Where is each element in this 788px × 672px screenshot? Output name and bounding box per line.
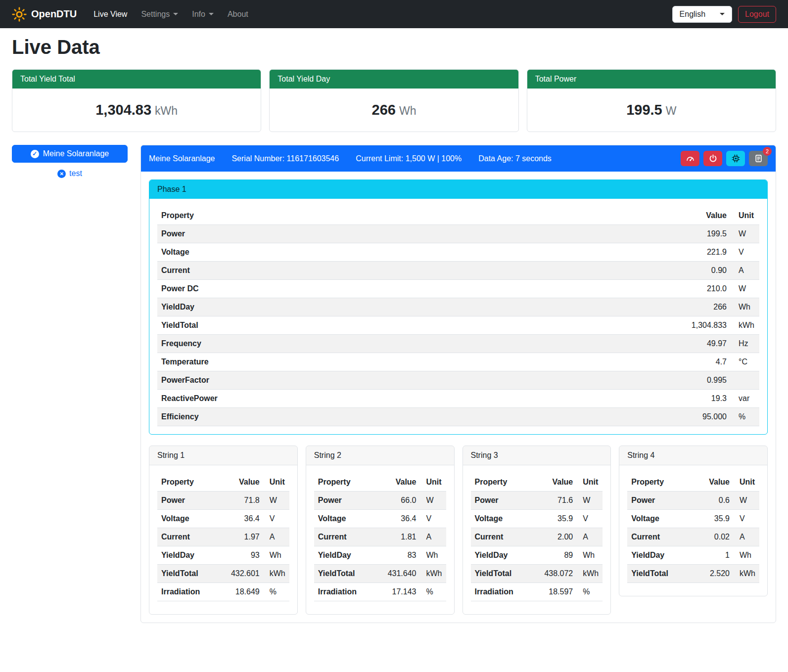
unit-cell: A (264, 528, 289, 546)
string-card-header: String 1 (149, 446, 297, 465)
property-cell: Power (157, 492, 217, 510)
value-cell: 431.640 (373, 565, 420, 583)
property-cell: Power DC (157, 280, 500, 298)
value-cell: 4.7 (500, 353, 731, 371)
table-row: Power199.5W (157, 225, 759, 243)
nav-about[interactable]: About (221, 6, 255, 23)
language-select[interactable]: English (672, 6, 732, 23)
card-total-yield-total: Total Yield Total 1,304.83kWh (12, 69, 261, 132)
property-cell: Current (627, 528, 692, 546)
card-total-power: Total Power 199.5W (527, 69, 776, 132)
unit-cell: kWh (731, 316, 759, 335)
card-body: 199.5W (527, 89, 776, 132)
string-card-2: String 2 Property Value Unit (306, 446, 455, 615)
table-row: Power66.0W (314, 492, 446, 510)
table-row: Power71.6W (471, 492, 603, 510)
nav-live-view[interactable]: Live View (87, 6, 134, 23)
power-button[interactable] (703, 151, 722, 166)
table-row: Frequency49.97Hz (157, 335, 759, 353)
event-log-button[interactable]: 2 (749, 151, 768, 166)
table-row: Current0.90A (157, 262, 759, 280)
unit-cell: V (420, 510, 446, 528)
property-cell: Irradiation (314, 583, 373, 601)
column-property: Property (157, 207, 500, 225)
sidebar-item-meine-solaranlage[interactable]: ✓ Meine Solaranlage (12, 145, 128, 163)
column-property: Property (314, 473, 373, 492)
column-property: Property (627, 473, 692, 492)
value-cell: 438.072 (530, 565, 577, 583)
unit-cell: °C (731, 353, 759, 371)
table-row: Power71.8W (157, 492, 289, 510)
table-row: Voltage35.9V (471, 510, 603, 528)
property-cell: Current (314, 528, 373, 546)
total-yield-total-unit: kWh (155, 104, 178, 117)
inverter-limit: Current Limit: 1,500 W | 100% (356, 154, 462, 163)
property-cell: Efficiency (157, 408, 500, 426)
property-cell: Irradiation (157, 583, 217, 601)
speedometer-icon (686, 154, 695, 163)
navbar: OpenDTU Live View Settings Info About En… (0, 0, 788, 28)
property-cell: Voltage (627, 510, 692, 528)
unit-cell: kWh (264, 565, 289, 583)
property-cell: YieldTotal (471, 565, 530, 583)
unit-cell: V (731, 243, 759, 262)
table-row: Temperature4.7°C (157, 353, 759, 371)
table-row: Voltage36.4V (157, 510, 289, 528)
card-body: 266Wh (270, 89, 518, 132)
table-row: Current1.81A (314, 528, 446, 546)
phase-card: Phase 1 Property Value Unit Power199.5WV… (149, 179, 768, 435)
event-count-badge: 2 (763, 147, 772, 156)
column-unit: Unit (734, 473, 759, 492)
value-cell: 199.5 (500, 225, 731, 243)
value-cell: 432.601 (217, 565, 263, 583)
unit-cell: V (264, 510, 289, 528)
navbar-right: English Logout (672, 6, 776, 23)
unit-cell: A (731, 262, 759, 280)
navbar-left: OpenDTU Live View Settings Info About (12, 6, 255, 23)
table-header-row: Property Value Unit (157, 473, 289, 492)
nav-settings-dropdown[interactable]: Settings (134, 6, 185, 23)
chevron-down-icon (209, 13, 214, 15)
string-table: Property Value Unit Power66.0WVoltage36.… (314, 473, 446, 601)
string-card-header: String 2 (306, 446, 454, 465)
property-cell: Temperature (157, 353, 500, 371)
total-yield-day-unit: Wh (399, 104, 417, 117)
unit-cell: A (734, 528, 759, 546)
unit-cell: % (420, 583, 446, 601)
logout-button[interactable]: Logout (738, 6, 776, 23)
unit-cell: W (577, 492, 603, 510)
string-card-body: Property Value Unit Power66.0WVoltage36.… (306, 465, 454, 614)
column-value: Value (500, 207, 731, 225)
table-row: YieldDay1Wh (627, 546, 759, 565)
inverter-sidebar: ✓ Meine Solaranlage ✕ test (12, 145, 128, 178)
card-total-yield-day: Total Yield Day 266Wh (269, 69, 518, 132)
property-cell: YieldTotal (314, 565, 373, 583)
value-cell: 0.6 (692, 492, 734, 510)
unit-cell: W (731, 225, 759, 243)
device-info-button[interactable] (726, 151, 745, 166)
column-unit: Unit (577, 473, 603, 492)
page-container: Live Data Total Yield Total 1,304.83kWh … (0, 36, 788, 636)
brand-link[interactable]: OpenDTU (12, 7, 77, 22)
brand-label: OpenDTU (31, 8, 77, 20)
property-cell: Power (471, 492, 530, 510)
table-row: Current1.97A (157, 528, 289, 546)
inverter-button-label: Meine Solaranlage (43, 149, 109, 158)
sidebar-item-test[interactable]: ✕ test (57, 169, 82, 178)
property-cell: Current (157, 528, 217, 546)
nav-live-view-label: Live View (93, 10, 127, 19)
value-cell: 49.97 (500, 335, 731, 353)
nav-info-dropdown[interactable]: Info (185, 6, 221, 23)
table-row: Irradiation18.649% (157, 583, 289, 601)
value-cell: 1 (692, 546, 734, 565)
unit-cell: W (731, 280, 759, 298)
value-cell: 36.4 (373, 510, 420, 528)
x-circle-icon: ✕ (57, 170, 66, 178)
unit-cell: V (577, 510, 603, 528)
card-header: Total Yield Day (270, 70, 518, 89)
table-row: YieldTotal438.072kWh (471, 565, 603, 583)
card-header: Total Power (527, 70, 776, 89)
limit-settings-button[interactable] (681, 151, 699, 166)
column-value: Value (530, 473, 577, 492)
property-cell: YieldDay (471, 546, 530, 565)
